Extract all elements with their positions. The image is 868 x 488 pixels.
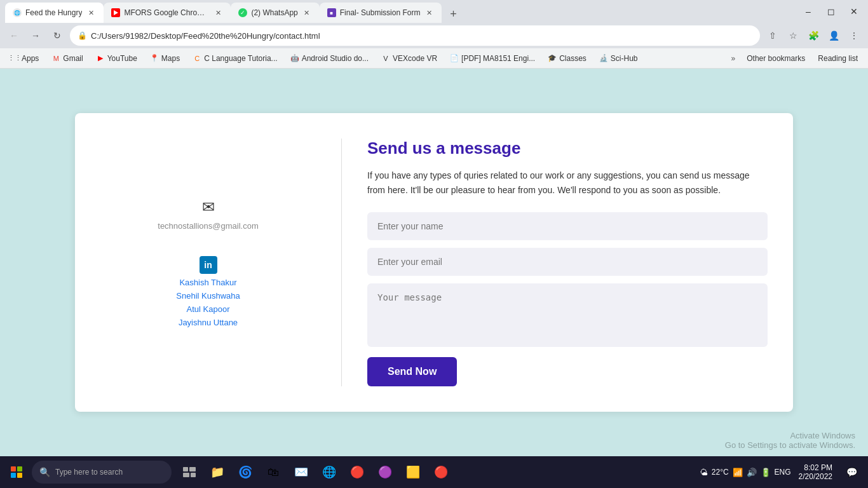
extensions-icon[interactable]: 🧩 [804,27,822,44]
notification-icon[interactable]: 💬 [840,461,863,484]
windows-logo-icon [11,466,22,478]
extra-app4-icon[interactable]: 🔴 [430,461,452,484]
bookmark-apps[interactable]: ⋮⋮ Apps [5,53,44,64]
linkedin-icon: in [200,256,217,274]
card-left: ✉ technostallions@gmail.com in Kashish T… [100,139,342,386]
taskbar-right: 🌤 22°C 📶 🔊 🔋 ENG 8:02 PM 2/20/2022 💬 [700,461,863,484]
card-right: Send us a message If you have any types … [342,139,768,386]
gmail-icon: M [51,54,60,63]
more-bookmarks-button[interactable]: » [728,53,740,64]
team-member-3[interactable]: Atul Kapoor [187,304,230,314]
android-icon: 🤖 [290,54,299,63]
bookmark-maps[interactable]: 📍 Maps [145,53,185,64]
tab4-close[interactable]: ✕ [424,8,434,18]
apps-icon: ⋮⋮ [10,54,19,63]
linkedin-section: in Kashish Thakur Snehil Kushwaha Atul K… [176,256,240,327]
bookmark-classes-label: Classes [559,54,587,63]
team-member-2[interactable]: Snehil Kushwaha [176,291,240,301]
bookmark-youtube-label: YouTube [107,54,137,63]
page-content: ✉ technostallions@gmail.com in Kashish T… [0,69,868,456]
forward-button[interactable]: → [27,27,44,44]
wa-favicon: ✓ [238,8,247,17]
weather-icon: 🌤 [700,468,708,477]
bookmarks-bar: ⋮⋮ Apps M Gmail ▶ YouTube 📍 Maps C C Lan… [0,48,868,69]
system-tray-icons: 🌤 22°C 📶 🔊 🔋 ENG [700,468,791,477]
network-icon: 📶 [733,468,743,477]
pdf-icon: 📄 [450,54,459,63]
close-button[interactable]: ✕ [845,3,863,20]
bookmark-reading-label: Reading list [818,54,858,63]
name-input[interactable] [367,212,768,240]
activate-watermark: Activate Windows Go to Settings to activ… [725,431,855,450]
taskview-button[interactable] [178,461,201,484]
search-icon: 🔍 [39,467,50,477]
tab1-close[interactable]: ✕ [86,8,96,18]
taskbar-app-icons: 📁 🌀 🛍 ✉️ 🌐 🔴 🟣 🟨 🔴 [178,461,452,484]
security-icon: 🔒 [78,31,87,40]
tab2-title: MFORS Google Chrome 2022 02 [124,8,209,17]
clock-time: 8:02 PM [804,463,832,472]
battery-icon: 🔋 [761,468,771,477]
svg-rect-2 [183,473,189,477]
edge-icon[interactable]: 🌀 [234,461,257,484]
maximize-button[interactable]: ◻ [822,3,840,20]
bookmark-vex[interactable]: V VEXcode VR [376,53,442,64]
scihub-icon: 🔬 [599,54,608,63]
taskbar-search[interactable]: 🔍 Type here to search [32,461,172,484]
form-title: Send us a message [367,139,768,158]
refresh-button[interactable]: ↻ [48,27,66,44]
back-button[interactable]: ← [5,27,23,44]
new-tab-button[interactable]: + [444,5,462,23]
minimize-button[interactable]: – [799,3,817,20]
taskbar-clock[interactable]: 8:02 PM 2/20/2022 [799,463,832,481]
mail-icon[interactable]: ✉️ [290,461,313,484]
contact-card: ✉ technostallions@gmail.com in Kashish T… [75,113,793,412]
tab2-close[interactable]: ✕ [213,8,223,18]
tab-mfors[interactable]: MFORS Google Chrome 2022 02 ✕ [104,3,231,23]
url-text: C:/Users/91982/Desktop/Feed%20the%20Hung… [91,31,752,41]
extra-app1-icon[interactable]: 🔴 [346,461,369,484]
bookmark-other[interactable]: Other bookmarks [742,53,810,64]
clang-icon: C [193,54,201,63]
bookmark-classes[interactable]: 🎓 Classes [543,53,592,64]
extra-app2-icon[interactable]: 🟣 [374,461,397,484]
file-manager-icon[interactable]: 📁 [206,461,229,484]
url-bar[interactable]: 🔒 C:/Users/91982/Desktop/Feed%20the%20Hu… [70,25,760,46]
bookmark-apps-label: Apps [22,54,39,63]
tab-whatsapp[interactable]: ✓ (2) WhatsApp ✕ [231,3,319,23]
menu-icon[interactable]: ⋮ [845,27,863,44]
team-member-1[interactable]: Kashish Thakur [179,278,236,287]
bookmark-gmail[interactable]: M Gmail [46,53,88,64]
email-input[interactable] [367,248,768,276]
tab-feed-hungry[interactable]: 🌐 Feed the Hungry ✕ [5,3,104,23]
youtube-icon: ▶ [96,54,105,63]
bookmark-reading-list[interactable]: Reading list [813,53,863,64]
store-icon[interactable]: 🛍 [262,461,285,484]
tab3-close[interactable]: ✕ [302,8,312,18]
tabs-container: 🌐 Feed the Hungry ✕ MFORS Google Chrome … [5,0,799,23]
activate-line1: Activate Windows [725,431,855,440]
extra-app3-icon[interactable]: 🟨 [402,461,424,484]
bookmark-star-icon[interactable]: ☆ [784,27,802,44]
start-button[interactable] [5,461,28,484]
bookmark-clang[interactable]: C C Language Tutoria... [187,53,282,64]
profile-icon[interactable]: 👤 [825,27,843,44]
toolbar-icons: ⇧ ☆ 🧩 👤 ⋮ [764,27,863,44]
feed-favicon: 🌐 [13,8,22,17]
bookmark-scihub[interactable]: 🔬 Sci-Hub [594,53,643,64]
email-section: ✉ technostallions@gmail.com [158,198,258,231]
clock-date: 2/20/2022 [799,472,832,481]
share-icon[interactable]: ⇧ [764,27,782,44]
bookmark-pdf[interactable]: 📄 [PDF] MA8151 Engi... [445,53,540,64]
bookmark-android[interactable]: 🤖 Android Studio do... [285,53,374,64]
bookmark-clang-label: C Language Tutoria... [204,54,277,63]
vex-icon: V [381,54,390,63]
message-textarea[interactable] [367,283,768,347]
team-member-4[interactable]: Jayishnu Uttane [179,318,238,327]
title-bar: 🌐 Feed the Hungry ✕ MFORS Google Chrome … [0,0,868,23]
chrome-icon[interactable]: 🌐 [318,461,341,484]
bookmark-pdf-label: [PDF] MA8151 Engi... [461,54,535,63]
send-now-button[interactable]: Send Now [367,357,457,386]
tab-submission-form[interactable]: ■ Final- Submission Form ✕ [320,3,442,23]
bookmark-youtube[interactable]: ▶ YouTube [91,53,142,64]
